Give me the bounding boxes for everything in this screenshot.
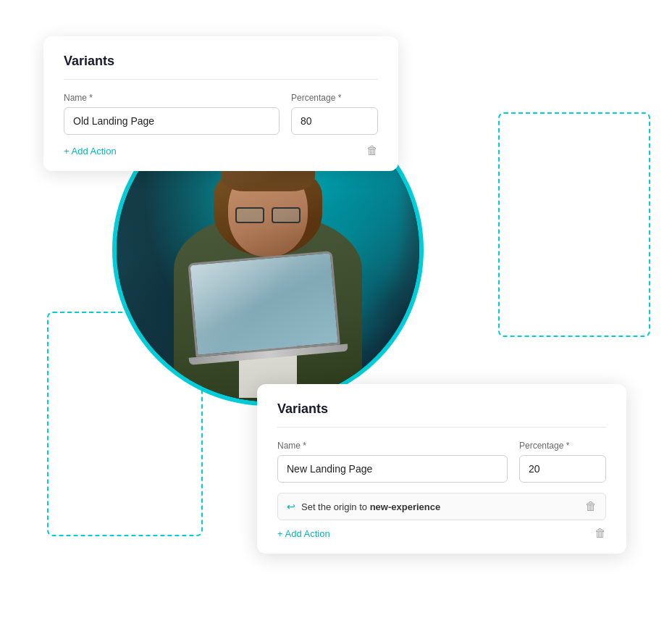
percentage-label-top: Percentage * [291,93,378,103]
card-top-title: Variants [64,54,378,80]
card-top-actions: + Add Action 🗑 [64,145,378,157]
add-action-btn-top[interactable]: + Add Action [64,146,117,157]
delete-btn-bottom[interactable]: 🗑 [595,528,606,539]
action-row-content: ↩ Set the origin to new-experience [287,501,440,512]
form-row-top: Name * Percentage * [64,93,378,135]
card-top: Variants Name * Percentage * + Add Actio… [43,36,398,171]
card-bottom: Variants Name * Percentage * ↩ Set the o… [257,384,626,554]
delete-btn-action[interactable]: 🗑 [585,501,597,512]
action-text-bold: new-experience [370,501,441,512]
name-label-top: Name * [64,93,280,103]
percentage-input-bottom[interactable] [519,455,606,483]
person-glasses [235,207,301,222]
action-icon: ↩ [287,501,295,512]
person-laptop [188,250,348,365]
delete-icon-bottom: 🗑 [595,527,606,539]
action-text-prefix: Set the origin to [301,501,370,512]
card-bottom-title: Variants [277,401,606,428]
action-row: ↩ Set the origin to new-experience 🗑 [277,493,606,520]
delete-icon-action: 🗑 [585,500,597,512]
name-input-top[interactable] [64,107,280,135]
form-group-name-top: Name * [64,93,280,135]
form-group-percentage-top: Percentage * [291,93,378,135]
action-text: Set the origin to new-experience [301,501,440,512]
laptop-screen [188,251,340,357]
card-bottom-actions: + Add Action 🗑 [277,528,606,539]
form-group-percentage-bottom: Percentage * [519,441,606,483]
percentage-input-top[interactable] [291,107,378,135]
form-row-bottom: Name * Percentage * [277,441,606,483]
name-label-bottom: Name * [277,441,508,451]
dashed-rect-right [498,112,650,337]
delete-btn-top[interactable]: 🗑 [366,145,378,157]
delete-icon-top: 🗑 [366,144,378,157]
scene: Variants Name * Percentage * + Add Actio… [0,0,672,629]
add-action-btn-bottom[interactable]: + Add Action [277,528,330,539]
percentage-label-bottom: Percentage * [519,441,606,451]
name-input-bottom[interactable] [277,455,508,483]
form-group-name-bottom: Name * [277,441,508,483]
